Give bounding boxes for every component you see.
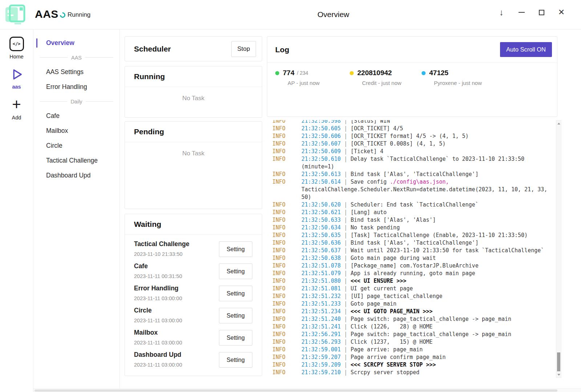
log-line: INFO 21:32:50.606 | [OCR_TICKET format] … xyxy=(272,132,552,140)
task-setting-button[interactable]: Setting xyxy=(219,330,252,346)
log-line: INFO 21:32:56.291 | Page switch: page_ta… xyxy=(272,331,552,338)
task-setting-button[interactable]: Setting xyxy=(219,308,252,323)
minimize-button[interactable] xyxy=(516,6,527,19)
pending-empty-text: No Task xyxy=(125,142,262,157)
log-line: INFO 21:32:50.621 | [Lang] auto xyxy=(272,209,552,216)
nav-item-mailbox[interactable]: Mailbox xyxy=(33,123,119,138)
stat-label: Credit - just now xyxy=(362,80,422,86)
nav-item-tactical-challenge[interactable]: Tactical Challenge xyxy=(33,153,119,168)
scroll-down-icon xyxy=(557,374,560,376)
log-level: INFO xyxy=(272,346,301,354)
log-line: INFO 21:32:50.638 | Goto main page durin… xyxy=(272,254,552,262)
divider-line xyxy=(40,101,67,102)
ap-dot-icon xyxy=(275,71,279,75)
log-level: INFO xyxy=(272,285,301,293)
task-setting-button[interactable]: Setting xyxy=(219,241,252,257)
task-setting-button[interactable]: Setting xyxy=(219,352,252,368)
log-output[interactable]: INFO 21:32:50.598 | [Status] WIN INFO 21… xyxy=(267,120,561,378)
nav-item-aas-settings[interactable]: AAS Settings xyxy=(33,65,119,79)
log-line: INFO 21:32:51.233 | Goto page_main xyxy=(272,300,552,308)
home-icon: </> xyxy=(9,37,24,51)
waiting-task-row: Circle 2023-11-11 03:00:00 Setting xyxy=(125,305,262,327)
app-logo-icon xyxy=(4,3,27,26)
rail-item-aas[interactable]: aas xyxy=(0,65,33,92)
log-line: INFO 21:32:51.081 | UI get current page xyxy=(272,285,552,293)
window-controls: ↓ ✕ xyxy=(496,5,566,20)
log-level: INFO xyxy=(272,262,301,270)
log-message: 21:32:50.614 | Save config ./config\aas.… xyxy=(301,178,552,201)
nav-section-daily-label: Daily xyxy=(70,99,82,105)
log-line: INFO 21:32:50.634 | No task pending xyxy=(272,224,552,232)
log-level: INFO xyxy=(272,270,301,277)
download-update-button[interactable]: ↓ xyxy=(496,6,507,19)
titlebar: AAS Running Overview ↓ ✕ xyxy=(0,0,581,29)
log-level: INFO xyxy=(272,224,301,232)
play-icon xyxy=(10,68,24,81)
log-line: INFO 21:32:51.232 | [UI] page_tactical_c… xyxy=(272,293,552,300)
auto-scroll-button[interactable]: Auto Scroll ON xyxy=(500,42,552,57)
log-line: INFO 21:32:50.605 | [OCR_TICKET] 4/5 xyxy=(272,125,552,132)
log-line: INFO 21:32:50.635 | [Task] TacticalChall… xyxy=(272,232,552,239)
log-level: INFO xyxy=(272,125,301,132)
rail-item-add[interactable]: + Add xyxy=(0,95,33,123)
log-level: INFO xyxy=(272,338,301,346)
log-line: INFO 21:32:50.609 | [Ticket] 4 xyxy=(272,148,552,155)
horizontal-scroll-thumb[interactable] xyxy=(34,389,557,392)
nav-item-error-handling[interactable]: Error Handling xyxy=(33,79,119,94)
run-status: Running xyxy=(60,11,90,19)
log-line: INFO 21:32:50.610 | Delay task `Tactical… xyxy=(272,155,552,171)
log-level: INFO xyxy=(272,293,301,300)
horizontal-scrollbar[interactable] xyxy=(33,388,581,392)
stat-label: AP - just now xyxy=(288,80,350,86)
maximize-button[interactable] xyxy=(536,6,547,19)
log-level: INFO xyxy=(272,155,301,171)
rail-item-home[interactable]: </> Home xyxy=(0,34,33,62)
scroll-down-button[interactable] xyxy=(556,372,561,377)
log-message: 21:32:56.291 | Page switch: page_tactica… xyxy=(301,331,552,338)
waiting-task-row: Mailbox 2023-11-11 03:00:00 Setting xyxy=(125,327,262,349)
rail-item-home-label: Home xyxy=(9,54,24,60)
stat-pyroxene: 47125 Pyroxene - just now xyxy=(422,69,482,86)
credit-dot-icon xyxy=(350,71,354,75)
stop-button[interactable]: Stop xyxy=(231,41,256,57)
log-level: INFO xyxy=(272,308,301,315)
log-line: INFO 21:32:50.637 | Wait until 2023-11-1… xyxy=(272,247,552,254)
log-line: INFO 21:32:50.598 | [Status] WIN xyxy=(272,120,552,125)
log-scrollbar[interactable] xyxy=(556,120,561,378)
log-message: 21:32:56.293 | Click (1237, 15) @ HOME xyxy=(301,338,552,346)
log-message: 21:32:50.638 | Goto main page during wai… xyxy=(301,254,552,262)
log-message: 21:32:59.210 | Scrcpy server stopped xyxy=(301,369,552,376)
log-message: 21:32:51.240 | Page switch: page_tactica… xyxy=(301,315,552,323)
log-level: INFO xyxy=(272,140,301,148)
nav-item-circle[interactable]: Circle xyxy=(33,138,119,153)
log-line: INFO 21:32:50.620 | Scheduler: End task … xyxy=(272,201,552,209)
nav-sidebar: Overview AAS AAS Settings Error Handling… xyxy=(33,29,120,388)
nav-item-overview[interactable]: Overview xyxy=(33,36,119,50)
log-level: INFO xyxy=(272,331,301,338)
log-message: 21:32:59.209 | <<< SCRCPY SERVER STOP >>… xyxy=(301,361,552,369)
scroll-thumb[interactable] xyxy=(557,352,560,371)
nav-item-dashboard-upd[interactable]: Dashboard Upd xyxy=(33,168,119,183)
waiting-task-row: Cafe 2023-11-11 00:31:50 Setting xyxy=(125,260,262,282)
task-setting-button[interactable]: Setting xyxy=(219,264,252,279)
scroll-up-button[interactable] xyxy=(556,121,561,126)
log-line: INFO 21:32:51.080 | <<< UI ENSURE >>> xyxy=(272,277,552,285)
dashboard-stats: 774 / 234 AP - just now 220810942 Credit… xyxy=(267,63,557,86)
log-level: INFO xyxy=(272,300,301,308)
nav-item-cafe[interactable]: Cafe xyxy=(33,109,119,123)
stat-ap: 774 / 234 AP - just now xyxy=(275,69,350,86)
log-message: 21:32:50.613 | Bind task ['Alas', 'Tacti… xyxy=(301,171,552,178)
log-message: 21:32:50.609 | [Ticket] 4 xyxy=(301,148,552,155)
task-setting-button[interactable]: Setting xyxy=(219,286,252,301)
log-message: 21:32:51.078 | [Package_name] com.Yostar… xyxy=(301,262,552,270)
log-level: INFO xyxy=(272,232,301,239)
close-button[interactable]: ✕ xyxy=(556,6,566,19)
log-lines: INFO 21:32:50.598 | [Status] WIN INFO 21… xyxy=(267,120,556,378)
log-message: 21:32:50.606 | [OCR_TICKET format] 4/5 -… xyxy=(301,132,552,140)
log-message: 21:32:50.620 | Scheduler: End task `Tact… xyxy=(301,201,552,209)
log-level: INFO xyxy=(272,315,301,323)
stat-credit: 220810942 Credit - just now xyxy=(350,69,422,86)
log-message: 21:32:51.079 | App is already running, g… xyxy=(301,270,552,277)
stat-label: Pyroxene - just now xyxy=(434,80,482,86)
log-line: INFO 21:32:51.234 | <<< UI GOTO PAGE_MAI… xyxy=(272,308,552,315)
